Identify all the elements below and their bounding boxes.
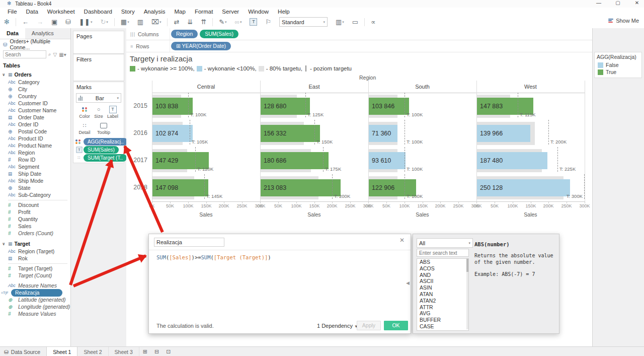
- new-worksheet-button[interactable]: ⊞: [139, 347, 151, 356]
- bar-south-2015[interactable]: 103 846: [369, 98, 409, 115]
- field-order-id[interactable]: AbcOrder ID: [0, 121, 70, 128]
- bar-west-2018[interactable]: 250 128: [477, 179, 570, 196]
- scrollbar[interactable]: [466, 259, 468, 329]
- highlight-button[interactable]: ✎▾: [215, 18, 230, 26]
- function-item-atan2[interactable]: ATAN2: [417, 298, 468, 304]
- function-item-avg[interactable]: AVG: [417, 310, 468, 317]
- field-product-id[interactable]: AbcProduct ID: [0, 135, 70, 142]
- sort-ascending-button[interactable]: ⇊: [183, 18, 197, 26]
- sort-descending-button[interactable]: ⇈: [197, 18, 210, 26]
- menu-worksheet[interactable]: Worksheet: [43, 9, 79, 15]
- legend-item-true[interactable]: True: [595, 68, 641, 76]
- show-mark-labels-button[interactable]: T: [246, 18, 261, 26]
- field-orders-count[interactable]: #Orders (Count): [0, 230, 70, 237]
- size-button[interactable]: ○Size: [92, 106, 106, 119]
- field-profit[interactable]: #Profit: [0, 208, 70, 216]
- bar-west-2017[interactable]: 187 480: [477, 152, 547, 169]
- maximize-button[interactable]: ▢: [614, 0, 622, 6]
- new-dashboard-button[interactable]: ⊟: [151, 347, 163, 356]
- bar-east-2018[interactable]: 213 083: [261, 179, 341, 196]
- tooltip-button[interactable]: Tooltip: [97, 122, 111, 135]
- menu-analysis[interactable]: Analysis: [139, 9, 170, 15]
- pause-auto-updates-button[interactable]: ❚❚▾: [75, 18, 96, 26]
- fit-button[interactable]: ▥▾: [332, 18, 348, 26]
- field-customer-name[interactable]: AbcCustomer Name: [0, 107, 70, 114]
- field-region[interactable]: AbcRegion: [0, 149, 70, 156]
- mark-type-dropdown[interactable]: Bar ▾: [76, 93, 121, 103]
- duplicate-button[interactable]: ▥: [133, 18, 147, 26]
- clear-sheet-button[interactable]: ⌧▾: [147, 18, 166, 26]
- data-source-connection[interactable]: ⛁ Orders+ (Multiple Conne...: [0, 39, 70, 49]
- close-icon[interactable]: ✕: [399, 237, 405, 244]
- calculation-name-input[interactable]: [154, 238, 224, 247]
- show-me-button[interactable]: Show Me: [608, 18, 639, 24]
- new-data-source-button[interactable]: ⛁: [61, 18, 75, 26]
- formula-editor[interactable]: SUM([Sales])>=SUM([Target (Target)]): [156, 254, 271, 260]
- marks-pill-agg-realizacj[interactable]: AGG(Realizacj..: [84, 138, 128, 146]
- tab-data[interactable]: Data: [0, 28, 25, 39]
- function-item-ascii[interactable]: ASCII: [417, 278, 468, 284]
- menu-server[interactable]: Server: [217, 9, 244, 15]
- menu-data[interactable]: Data: [22, 9, 43, 15]
- menu-help[interactable]: Help: [273, 9, 294, 15]
- function-item-atan[interactable]: ATAN: [417, 291, 468, 298]
- field-sub-category[interactable]: AbcSub-Category: [0, 191, 70, 198]
- function-category-dropdown[interactable]: All▾: [417, 238, 473, 248]
- field-target-count[interactable]: #Target (Count): [0, 272, 70, 279]
- color-button[interactable]: Color: [77, 106, 92, 119]
- field-postal-code[interactable]: ⊕Postal Code: [0, 128, 70, 135]
- dependency-dropdown[interactable]: 1 Dependency ▼: [317, 323, 358, 329]
- field-measure-names[interactable]: AbcMeasure Names: [0, 282, 70, 289]
- bar-east-2017[interactable]: 180 686: [261, 152, 329, 169]
- function-item-abs[interactable]: ABS: [417, 259, 468, 265]
- columns-pill-sum-sales[interactable]: SUM(Sales): [200, 30, 238, 38]
- function-item-asin[interactable]: ASIN: [417, 284, 468, 291]
- field-segment[interactable]: AbcSegment: [0, 163, 70, 170]
- function-item-and[interactable]: AND: [417, 272, 468, 278]
- bar-central-2015[interactable]: 103 838: [152, 98, 193, 115]
- bar-central-2018[interactable]: 147 098: [152, 179, 208, 196]
- field-ship-date[interactable]: ▤Ship Date: [0, 170, 70, 177]
- rows-pill-year-order-date[interactable]: ⊞ YEAR(Order Date): [171, 42, 231, 50]
- bar-east-2016[interactable]: 156 332: [261, 125, 320, 142]
- field-row-id[interactable]: #Row ID: [0, 156, 70, 163]
- field-region-target[interactable]: AbcRegion (Target): [0, 248, 70, 255]
- bar-west-2016[interactable]: 139 966: [477, 125, 530, 142]
- view-options-icon[interactable]: ▦▾: [59, 52, 66, 57]
- menu-map[interactable]: Map: [170, 9, 190, 15]
- collapse-panel-icon[interactable]: ◀: [406, 280, 410, 286]
- new-story-button[interactable]: ⊡: [163, 347, 174, 356]
- function-item-attr[interactable]: ATTR: [417, 304, 468, 311]
- menu-dashboard[interactable]: Dashboard: [79, 9, 117, 15]
- legend-item-false[interactable]: False: [595, 61, 641, 68]
- fix-axes-button[interactable]: ⚐: [261, 18, 275, 26]
- field-order-date[interactable]: ▤Order Date: [0, 114, 70, 121]
- field-quantity[interactable]: #Quantity: [0, 216, 70, 223]
- filters-shelf[interactable]: Filters: [73, 54, 124, 81]
- apply-button[interactable]: Apply: [357, 321, 381, 330]
- sheet-tab-sheet-1[interactable]: Sheet 1: [46, 347, 77, 356]
- menu-format[interactable]: Format: [190, 9, 217, 15]
- field-state[interactable]: ⊕State: [0, 184, 70, 191]
- function-search-input[interactable]: [417, 249, 469, 257]
- close-button[interactable]: ✕: [633, 0, 641, 6]
- field-measure-values[interactable]: #Measure Values: [0, 310, 70, 317]
- field-ship-mode[interactable]: AbcShip Mode: [0, 177, 70, 184]
- tab-analytics[interactable]: Analytics: [25, 28, 60, 39]
- undo-button[interactable]: ←: [18, 18, 33, 26]
- field-rok[interactable]: ▤Rok: [0, 255, 70, 262]
- field-customer-id[interactable]: AbcCustomer ID: [0, 100, 70, 107]
- table-target[interactable]: ∨▦Target: [0, 240, 70, 248]
- rows-shelf[interactable]: ≡ Rows ⊞ YEAR(Order Date): [126, 40, 592, 52]
- minimize-button[interactable]: —: [595, 0, 603, 6]
- bar-central-2016[interactable]: 102 874: [152, 125, 193, 142]
- fit-selector[interactable]: Standard▾: [279, 17, 328, 27]
- save-button[interactable]: ▣: [47, 18, 61, 26]
- field-discount[interactable]: #Discount: [0, 201, 70, 208]
- marks-pill-sum-sales[interactable]: SUM(Sales): [84, 146, 119, 154]
- tableau-logo-button[interactable]: ✻: [0, 18, 14, 26]
- function-item-buffer[interactable]: BUFFER: [417, 317, 468, 323]
- pages-shelf[interactable]: Pages: [73, 31, 124, 54]
- bar-east-2015[interactable]: 128 680: [261, 98, 310, 115]
- bar-south-2017[interactable]: 93 610: [369, 152, 406, 169]
